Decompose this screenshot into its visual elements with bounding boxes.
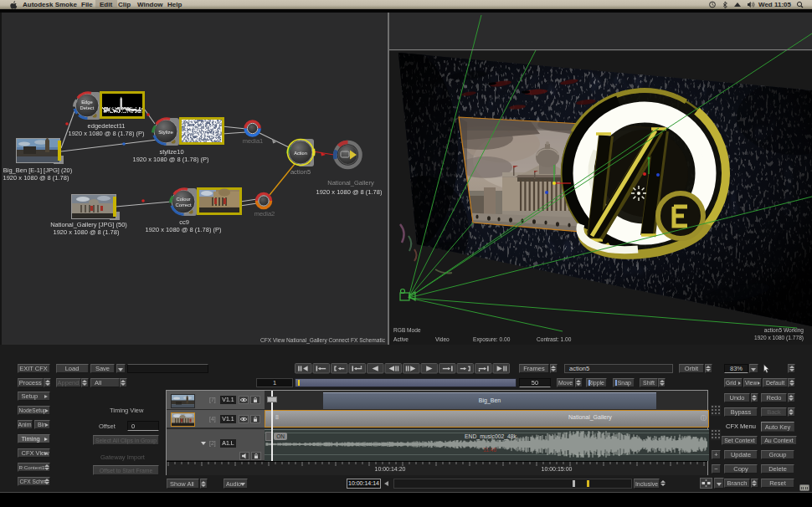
svg-text:cc9: cc9: [179, 218, 189, 226]
svg-text:Correct: Correct: [175, 202, 191, 207]
svg-text:1920 x 1080 @ 8 (1.78) (P): 1920 x 1080 @ 8 (1.78) (P): [146, 226, 222, 233]
svg-text:Exposure: 0.00: Exposure: 0.00: [473, 336, 511, 343]
svg-text:edgedetect11: edgedetect11: [88, 122, 126, 130]
svg-text:action5 Working: action5 Working: [764, 327, 804, 334]
svg-text:Active: Active: [393, 336, 409, 342]
svg-text:1920 x 1080 @ 8 (1.78) (P): 1920 x 1080 @ 8 (1.78) (P): [69, 130, 145, 137]
svg-text:Stylize: Stylize: [158, 130, 173, 135]
svg-text:1920 x 1080 @ 8 (1.78) (P): 1920 x 1080 @ 8 (1.78) (P): [133, 156, 209, 163]
svg-text:Video: Video: [435, 336, 450, 342]
svg-text:1920 x 1080 @ 8 (1.78): 1920 x 1080 @ 8 (1.78): [3, 174, 69, 182]
svg-text:CFX View National_Gallery Conn: CFX View National_Gallery Connect FX Sch…: [260, 337, 386, 344]
svg-text:Edge: Edge: [81, 100, 93, 105]
svg-text:National_Gallery: National_Gallery: [327, 179, 374, 187]
svg-text:Big_Ben [E-1] [JPG] (20): Big_Ben [E-1] [JPG] (20): [3, 166, 73, 174]
svg-text:10:00:15:00: 10:00:15:00: [542, 466, 573, 472]
svg-text:Detect: Detect: [80, 105, 95, 110]
svg-text:10:00:14:20: 10:00:14:20: [375, 466, 406, 472]
svg-text:media1: media1: [243, 137, 264, 145]
svg-text:action5: action5: [290, 168, 311, 176]
svg-text:stylize10: stylize10: [159, 148, 183, 156]
svg-text:1920 x 1080 @ 8 (1.78): 1920 x 1080 @ 8 (1.78): [54, 228, 120, 236]
svg-text:Colour: Colour: [176, 197, 190, 202]
svg-text:1920 x 1080 (1.778): 1920 x 1080 (1.778): [754, 335, 804, 341]
svg-text:1920 x 1080 @ 8 (1.78): 1920 x 1080 @ 8 (1.78): [316, 188, 383, 196]
svg-text:National_Gallery [JPG] (50): National_Gallery [JPG] (50): [50, 221, 127, 228]
svg-text:media2: media2: [254, 210, 275, 218]
svg-text:Contrast: 1.00: Contrast: 1.00: [537, 336, 572, 342]
svg-text:Action: Action: [294, 151, 307, 156]
svg-text:RGB Mode: RGB Mode: [393, 327, 421, 333]
